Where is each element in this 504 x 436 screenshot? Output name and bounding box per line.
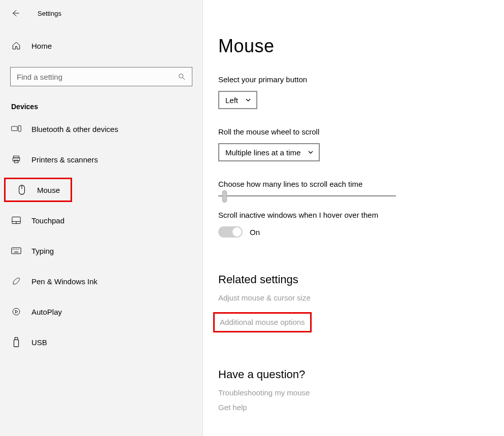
devices-icon xyxy=(11,124,21,134)
link-troubleshoot-mouse[interactable]: Troubleshooting my mouse xyxy=(218,388,310,397)
toggle-knob xyxy=(232,227,242,237)
home-nav[interactable]: Home xyxy=(0,36,203,56)
svg-marker-20 xyxy=(16,310,18,313)
sidebar-item-label: USB xyxy=(31,338,47,347)
home-icon xyxy=(11,41,21,50)
wheel-dropdown[interactable]: Multiple lines at a time xyxy=(218,143,320,161)
sidebar: Settings Home Devices Bluetooth & other … xyxy=(0,0,203,436)
home-label: Home xyxy=(31,42,52,50)
wheel-value: Multiple lines at a time xyxy=(225,148,300,157)
sidebar-item-bluetooth[interactable]: Bluetooth & other devices xyxy=(0,117,203,141)
section-header: Devices xyxy=(11,103,203,111)
sidebar-item-label: Printers & scanners xyxy=(31,155,98,164)
question-heading: Have a question? xyxy=(218,368,484,381)
window-title: Settings xyxy=(38,10,61,17)
link-adjust-mouse-cursor[interactable]: Adjust mouse & cursor size xyxy=(218,293,311,302)
svg-rect-13 xyxy=(12,248,21,254)
touchpad-icon xyxy=(11,215,21,225)
slider-thumb[interactable] xyxy=(222,190,227,203)
inactive-state: On xyxy=(250,228,260,237)
primary-button-label: Select your primary button xyxy=(218,75,484,84)
sidebar-item-label: AutoPlay xyxy=(31,308,62,316)
sidebar-item-label: Typing xyxy=(31,247,54,255)
sidebar-item-label: Pen & Windows Ink xyxy=(31,277,97,286)
page-title: Mouse xyxy=(218,36,484,57)
lines-slider[interactable] xyxy=(218,195,396,196)
sidebar-item-mouse[interactable]: Mouse xyxy=(4,178,72,202)
chevron-down-icon xyxy=(245,97,251,103)
svg-point-19 xyxy=(13,308,20,315)
sidebar-item-printers[interactable]: Printers & scanners xyxy=(0,147,203,172)
sidebar-item-touchpad[interactable]: Touchpad xyxy=(0,208,203,232)
svg-rect-4 xyxy=(18,126,21,131)
sidebar-item-usb[interactable]: USB xyxy=(0,330,203,354)
svg-rect-3 xyxy=(12,126,17,131)
sidebar-item-label: Mouse xyxy=(37,186,60,194)
inactive-toggle[interactable] xyxy=(218,226,243,238)
search-input[interactable] xyxy=(17,73,178,81)
svg-rect-21 xyxy=(15,338,17,340)
related-heading: Related settings xyxy=(218,273,484,286)
search-icon xyxy=(178,73,186,81)
search-box[interactable] xyxy=(10,67,192,86)
pen-icon xyxy=(11,276,21,286)
link-get-help[interactable]: Get help xyxy=(218,403,247,412)
chevron-down-icon xyxy=(308,149,314,155)
usb-icon xyxy=(11,337,21,347)
content-pane: Mouse Select your primary button Left Ro… xyxy=(203,0,504,436)
printer-icon xyxy=(11,154,21,164)
link-additional-mouse-options[interactable]: Additional mouse options xyxy=(220,318,305,326)
lines-label: Choose how many lines to scroll each tim… xyxy=(218,180,484,188)
sidebar-item-label: Bluetooth & other devices xyxy=(31,125,118,133)
sidebar-item-pen[interactable]: Pen & Windows Ink xyxy=(0,269,203,293)
svg-rect-5 xyxy=(14,156,19,158)
svg-rect-6 xyxy=(13,158,20,161)
svg-line-2 xyxy=(183,78,185,80)
primary-button-value: Left xyxy=(225,96,238,105)
arrow-left-icon xyxy=(11,9,20,18)
inactive-label: Scroll inactive windows when I hover ove… xyxy=(218,211,484,219)
sidebar-item-label: Touchpad xyxy=(31,216,64,225)
keyboard-icon xyxy=(11,246,21,256)
mouse-icon xyxy=(17,185,27,195)
svg-rect-22 xyxy=(14,340,18,347)
highlight-box: Additional mouse options xyxy=(213,312,312,332)
sidebar-item-autoplay[interactable]: AutoPlay xyxy=(0,299,203,324)
back-button[interactable] xyxy=(7,5,23,21)
svg-rect-7 xyxy=(14,160,18,163)
autoplay-icon xyxy=(11,307,21,317)
primary-button-dropdown[interactable]: Left xyxy=(218,91,257,109)
sidebar-item-typing[interactable]: Typing xyxy=(0,239,203,263)
wheel-label: Roll the mouse wheel to scroll xyxy=(218,127,484,136)
svg-point-1 xyxy=(179,74,183,78)
